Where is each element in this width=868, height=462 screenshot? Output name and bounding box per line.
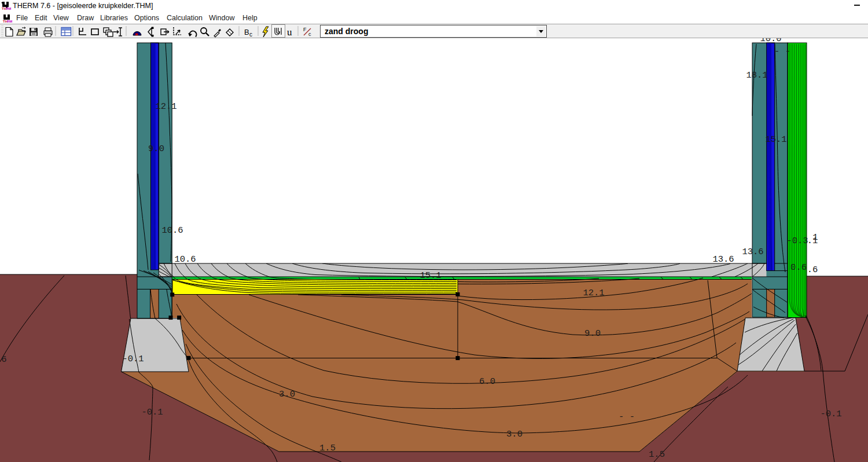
svg-text:10.6: 10.6: [161, 225, 183, 236]
svg-text:-0.3: -0.3: [786, 236, 808, 246]
svg-text:13.6: 13.6: [712, 254, 734, 265]
svg-text:c: c: [308, 31, 311, 37]
svg-text:-0.1: -0.1: [820, 409, 841, 419]
svg-text:c: c: [249, 31, 252, 38]
svg-text:RM: RM: [6, 7, 11, 10]
svg-text:12.1: 12.1: [155, 101, 176, 112]
svg-text:.6: .6: [807, 265, 818, 275]
svg-text:6.0: 6.0: [479, 376, 495, 387]
svg-text:9.0: 9.0: [148, 144, 164, 154]
svg-text:3.0: 3.0: [506, 429, 523, 439]
svg-text:- -: - -: [619, 412, 635, 422]
svg-text:15.1: 15.1: [420, 270, 441, 281]
svg-text:10.6: 10.6: [174, 254, 196, 265]
svg-text:1.5: 1.5: [319, 443, 336, 453]
svg-text:-0.1: -0.1: [122, 354, 144, 364]
svg-text:9.0: 9.0: [584, 328, 601, 339]
svg-text:12.1: 12.1: [583, 288, 604, 298]
svg-text:B: B: [244, 28, 249, 36]
svg-text:6: 6: [1, 354, 6, 365]
svg-text:RM: RM: [7, 20, 12, 23]
svg-text:15.1: 15.1: [765, 134, 786, 145]
svg-text:- -: - -: [774, 46, 790, 57]
svg-text:-0.1: -0.1: [141, 407, 163, 417]
svg-text:13.6: 13.6: [742, 247, 763, 257]
svg-text:1.5: 1.5: [649, 449, 665, 460]
svg-text:u: u: [287, 27, 292, 38]
svg-text:F: F: [303, 27, 307, 32]
svg-text:0.6: 0.6: [790, 262, 807, 273]
svg-text:3.0: 3.0: [279, 389, 295, 399]
svg-text:18.1: 18.1: [746, 70, 767, 80]
svg-text:1: 1: [812, 232, 818, 243]
